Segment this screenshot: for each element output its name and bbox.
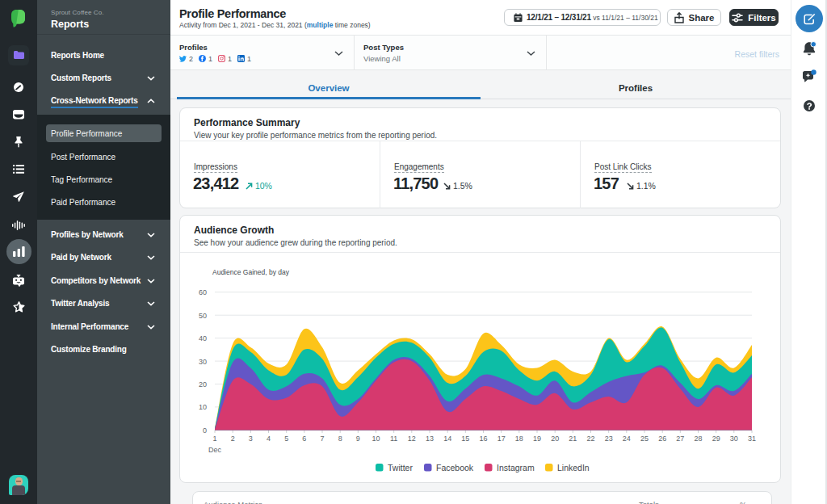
svg-text:3: 3 <box>249 435 253 443</box>
svg-text:LinkedIn: LinkedIn <box>557 463 590 472</box>
svg-text:20: 20 <box>551 435 559 443</box>
svg-text:11: 11 <box>390 435 397 443</box>
svg-text:60: 60 <box>199 288 207 296</box>
svg-text:28: 28 <box>694 435 702 443</box>
svg-text:10: 10 <box>372 435 380 443</box>
svg-text:31: 31 <box>748 435 756 443</box>
svg-text:50: 50 <box>199 312 207 320</box>
svg-text:21: 21 <box>569 435 577 443</box>
svg-text:18: 18 <box>515 435 523 443</box>
svg-text:Twitter: Twitter <box>388 463 413 472</box>
svg-text:2: 2 <box>231 435 235 443</box>
svg-text:24: 24 <box>623 435 631 443</box>
svg-text:10: 10 <box>199 403 207 411</box>
svg-text:14: 14 <box>443 435 451 443</box>
svg-text:Dec: Dec <box>208 446 222 454</box>
svg-text:16: 16 <box>479 435 487 443</box>
svg-text:5: 5 <box>284 435 288 443</box>
svg-text:Instagram: Instagram <box>497 463 535 472</box>
svg-text:20: 20 <box>199 380 207 388</box>
svg-text:27: 27 <box>676 435 684 443</box>
svg-text:Audience Gained, by day: Audience Gained, by day <box>212 268 290 276</box>
svg-text:25: 25 <box>640 435 649 443</box>
svg-text:29: 29 <box>712 435 720 443</box>
svg-text:7: 7 <box>320 435 324 443</box>
svg-text:40: 40 <box>199 334 207 342</box>
svg-text:30: 30 <box>199 358 207 366</box>
svg-text:1: 1 <box>212 435 216 443</box>
svg-text:6: 6 <box>302 435 306 443</box>
svg-text:17: 17 <box>497 435 506 443</box>
svg-text:9: 9 <box>356 435 360 443</box>
svg-text:4: 4 <box>267 435 271 443</box>
svg-text:0: 0 <box>203 426 207 435</box>
svg-text:15: 15 <box>461 435 469 443</box>
svg-text:26: 26 <box>658 435 666 443</box>
svg-text:13: 13 <box>426 435 434 443</box>
svg-text:12: 12 <box>408 435 416 443</box>
svg-text:19: 19 <box>533 435 541 443</box>
svg-text:30: 30 <box>730 435 738 443</box>
svg-text:8: 8 <box>338 435 342 443</box>
svg-text:23: 23 <box>605 435 613 443</box>
svg-text:22: 22 <box>586 435 594 443</box>
svg-text:Facebook: Facebook <box>436 463 474 472</box>
